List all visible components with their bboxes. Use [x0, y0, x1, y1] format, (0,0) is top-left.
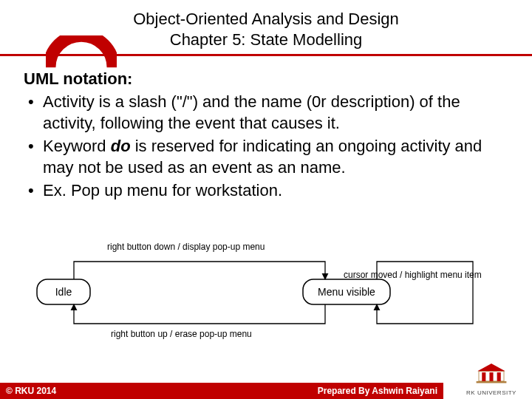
svg-rect-4 — [489, 372, 493, 381]
svg-rect-7 — [477, 381, 507, 383]
bullet-item: Keyword do is reserved for indicating an… — [24, 135, 514, 178]
transition-up-label: right button up / erase pop-up menu — [111, 329, 252, 339]
content-block: UML notation: Activity is a slash ("/") … — [24, 68, 514, 202]
footer-copyright: © RKU 2014 — [6, 386, 56, 396]
transition-move-label: cursor moved / highlight menu item — [344, 270, 482, 280]
red-arch-icon — [46, 35, 117, 71]
transition-down-label: right button down / display pop-up menu — [107, 242, 265, 252]
svg-rect-3 — [482, 372, 485, 381]
university-logo: RK UNIVERSITY — [460, 360, 523, 396]
bullet-keyword: do — [111, 137, 131, 155]
bullet-text-pre: Keyword — [43, 137, 111, 155]
bullet-item: Ex. Pop up menu for workstation. — [24, 180, 514, 201]
state-diagram: Idle Menu visible right button down / di… — [30, 235, 502, 353]
bullet-text: Ex. Pop up menu for workstation. — [43, 181, 282, 200]
bullet-text: Activity is a slash ("/") and the name (… — [43, 92, 460, 132]
footer-prepared: Prepared By Ashwin Raiyani — [318, 386, 437, 396]
section-heading: UML notation: — [24, 68, 514, 89]
bullet-item: Activity is a slash ("/") and the name (… — [24, 91, 514, 134]
state-idle-label: Idle — [55, 286, 72, 298]
svg-rect-5 — [497, 372, 501, 381]
logo-caption: RK UNIVERSITY — [460, 389, 523, 396]
header-line1: Object-Oriented Analysis and Design — [0, 9, 532, 30]
state-menu-label: Menu visible — [318, 286, 375, 298]
svg-marker-6 — [477, 364, 505, 371]
